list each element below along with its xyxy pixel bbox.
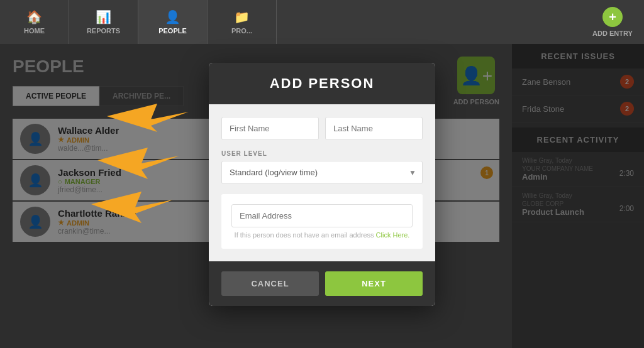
projects-icon: 📁 — [234, 9, 250, 24]
first-name-input[interactable] — [221, 117, 319, 140]
svg-marker-0 — [107, 104, 189, 132]
modal-title: ADD PERSON — [270, 75, 375, 91]
name-row — [221, 117, 423, 140]
nav-people[interactable]: 👤 PEOPLE — [138, 0, 208, 44]
svg-marker-2 — [91, 192, 173, 223]
user-level-label: USER LEVEL — [221, 150, 423, 157]
modal-footer: CANCEL NEXT — [209, 261, 435, 306]
add-entry-button[interactable]: + ADD ENTRY — [581, 0, 644, 44]
select-wrapper: Standard (log/view time)ManagerAdmin ▼ — [221, 161, 423, 184]
next-button[interactable]: NEXT — [325, 271, 423, 296]
add-entry-label: ADD ENTRY — [592, 30, 633, 37]
modal-header: ADD PERSON — [209, 63, 435, 104]
home-icon: 🏠 — [26, 9, 42, 24]
cancel-button[interactable]: CANCEL — [221, 271, 319, 296]
nav-projects[interactable]: 📁 PRO... — [208, 0, 277, 44]
modal-overlay: ADD PERSON USER LEVEL Standard (log/view… — [0, 44, 644, 348]
nav-reports-label: REPORTS — [87, 27, 120, 35]
nav-projects-label: PRO... — [231, 27, 252, 35]
top-nav: 🏠 HOME 📊 REPORTS 👤 PEOPLE 📁 PRO... + ADD… — [0, 0, 644, 44]
user-level-select[interactable]: Standard (log/view time)ManagerAdmin — [221, 161, 423, 184]
email-input[interactable] — [231, 204, 413, 227]
nav-reports[interactable]: 📊 REPORTS — [69, 0, 138, 44]
last-name-input[interactable] — [325, 117, 423, 140]
nav-home-label: HOME — [24, 27, 45, 35]
nav-people-label: PEOPLE — [158, 27, 187, 35]
user-level-section: USER LEVEL Standard (log/view time)Manag… — [221, 150, 423, 184]
modal: ADD PERSON USER LEVEL Standard (log/view… — [209, 63, 435, 306]
main-content: PEOPLE ACTIVE PEOPLE ARCHIVED PE... 👤 Wa… — [0, 44, 644, 348]
email-hint: If this person does not have an email ad… — [231, 231, 413, 239]
svg-marker-1 — [97, 148, 179, 179]
email-section: If this person does not have an email ad… — [221, 194, 423, 249]
click-here-link[interactable]: Click Here. — [376, 231, 410, 239]
people-icon: 👤 — [165, 9, 180, 24]
reports-icon: 📊 — [96, 9, 111, 24]
modal-body: USER LEVEL Standard (log/view time)Manag… — [209, 104, 435, 261]
add-entry-icon: + — [602, 7, 623, 27]
nav-home[interactable]: 🏠 HOME — [0, 0, 69, 44]
